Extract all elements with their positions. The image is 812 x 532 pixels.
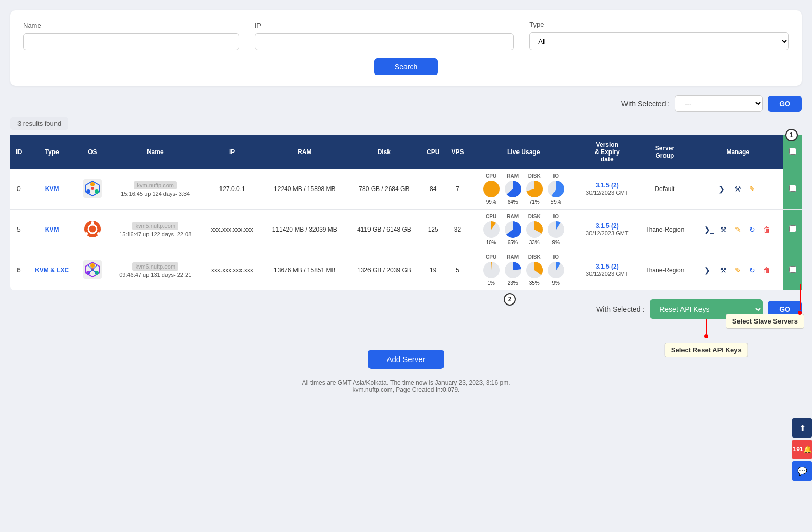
version-link[interactable]: 3.1.5 (2): [596, 222, 619, 230]
th-live-usage: Live Usage: [470, 135, 577, 169]
ip-field-group: IP: [255, 22, 514, 50]
th-version: Version& Expirydate: [577, 135, 637, 169]
cell-os: [77, 210, 108, 250]
table-row: 0 KVM kvm.nuftp.com 15:16:45 up 124 days…: [10, 169, 802, 210]
svg-point-13: [85, 232, 88, 235]
with-selected-top-label: With Selected :: [621, 100, 670, 108]
bottom-area: 2 With Selected : Reset API Keys Select …: [10, 299, 802, 369]
with-selected-bottom-label: With Selected :: [596, 305, 644, 313]
cell-cpu: 125: [420, 210, 446, 250]
add-server-button[interactable]: Add Server: [368, 350, 444, 369]
type-label: Type: [529, 21, 789, 28]
cell-checkbox: [783, 210, 802, 250]
cell-disk: 780 GB / 2684 GB: [347, 169, 420, 210]
cell-ip: xxx.xxx.xxx.xxx: [202, 210, 262, 250]
version-link[interactable]: 3.1.5 (2): [596, 182, 619, 189]
cell-live-usage: CPU 1% RAM 23% DISK 35%: [470, 250, 577, 291]
cell-ip: 127.0.0.1: [202, 169, 262, 210]
ip-label: IP: [255, 22, 514, 29]
badge-2: 2: [504, 293, 516, 306]
cell-manage: ❯_ ⚒ ✎ ↻ 🗑: [693, 250, 783, 291]
svg-point-14: [97, 232, 100, 235]
cell-server-group: Thane-Region: [637, 210, 692, 250]
type-field-group: Type All KVM LXC: [529, 21, 789, 50]
search-button[interactable]: Search: [374, 58, 438, 75]
with-selected-top-select[interactable]: --- Reset API Keys Select Slave Servers: [675, 95, 763, 112]
footer-line1: All times are GMT Asia/Kolkata. The time…: [10, 379, 802, 386]
cell-ip: xxx.xxx.xxx.xxx: [202, 250, 262, 291]
cell-version: 3.1.5 (2) 30/12/2023 GMT: [577, 169, 637, 210]
table-row: 6 KVM & LXC kvm6.nuftp.com 09:46:47 up 1…: [10, 250, 802, 291]
svg-point-21: [90, 263, 95, 268]
edit-icon[interactable]: ✎: [747, 183, 758, 195]
th-manage: Manage: [693, 135, 783, 169]
svg-point-3: [86, 189, 90, 194]
search-panel: Name IP Type All KVM LXC Search: [10, 10, 802, 86]
th-name: Name: [108, 135, 202, 169]
cell-id: 6: [10, 250, 27, 291]
delete-icon[interactable]: 🗑: [761, 224, 772, 235]
row-checkbox[interactable]: [789, 225, 796, 232]
wrench-icon[interactable]: ⚒: [718, 224, 729, 235]
svg-point-2: [90, 182, 95, 186]
th-id: ID: [10, 135, 27, 169]
cell-id: 5: [10, 210, 27, 250]
cell-cpu: 19: [420, 250, 446, 291]
edit-icon[interactable]: ✎: [732, 264, 744, 276]
cell-disk: 1326 GB / 2039 GB: [347, 250, 420, 291]
bottom-toolbar: With Selected : Reset API Keys Select Sl…: [10, 299, 802, 319]
server-table-wrapper: 1 Select Slave Servers ID Type OS Name I…: [10, 135, 802, 290]
select-all-checkbox[interactable]: [789, 148, 796, 155]
terminal-icon[interactable]: ❯_: [718, 183, 729, 195]
cell-version: 3.1.5 (2) 30/12/2023 GMT: [577, 250, 637, 291]
row-checkbox[interactable]: [789, 185, 796, 192]
cell-live-usage: CPU 10% RAM 65% DISK 33%: [470, 210, 577, 250]
refresh-icon[interactable]: ↻: [747, 264, 758, 276]
name-input[interactable]: [23, 33, 239, 50]
slave-servers-annotation: [796, 284, 802, 315]
svg-point-4: [95, 189, 99, 194]
cell-vps: 5: [446, 250, 470, 291]
version-link[interactable]: 3.1.5 (2): [596, 263, 619, 270]
cell-id: 0: [10, 169, 27, 210]
cell-version: 3.1.5 (2) 30/12/2023 GMT: [577, 210, 637, 250]
cell-os: [77, 169, 108, 210]
th-ram: RAM: [262, 135, 347, 169]
row-checkbox[interactable]: [789, 266, 796, 273]
name-label: Name: [23, 22, 239, 29]
footer-line2: kvm.nuftp.com, Page Created In:0.079.: [10, 386, 802, 393]
name-field-group: Name: [23, 22, 239, 50]
cell-live-usage: CPU 99% RAM 64% DISK 71%: [470, 169, 577, 210]
svg-point-12: [91, 221, 94, 224]
wrench-icon[interactable]: ⚒: [732, 183, 744, 195]
terminal-icon[interactable]: ❯_: [704, 264, 715, 276]
cell-type: KVM & LXC: [27, 250, 77, 291]
cell-server-group: Default: [637, 169, 692, 210]
results-count: 3 results found: [10, 117, 68, 130]
cell-name: kvm6.nuftp.com 09:46:47 up 131 days- 22:…: [108, 250, 202, 291]
svg-point-5: [91, 187, 94, 190]
cell-checkbox: [783, 169, 802, 210]
cell-os: [77, 250, 108, 291]
cell-name: kvm.nuftp.com 15:16:45 up 124 days- 3:34: [108, 169, 202, 210]
th-os: OS: [77, 135, 108, 169]
th-disk: Disk: [347, 135, 420, 169]
cell-disk: 4119 GB / 6148 GB: [347, 210, 420, 250]
ip-input[interactable]: [255, 33, 514, 50]
refresh-icon[interactable]: ↻: [747, 224, 758, 235]
type-select[interactable]: All KVM LXC: [529, 32, 789, 50]
terminal-icon[interactable]: ❯_: [704, 224, 715, 235]
cell-server-group: Thane-Region: [637, 250, 692, 291]
th-cpu: CPU: [420, 135, 446, 169]
edit-icon[interactable]: ✎: [732, 224, 744, 235]
wrench-icon[interactable]: ⚒: [718, 264, 729, 276]
cell-type: KVM: [27, 210, 77, 250]
go-top-button[interactable]: GO: [768, 96, 802, 112]
footer: All times are GMT Asia/Kolkata. The time…: [10, 379, 802, 393]
cell-manage: ❯_ ⚒ ✎: [693, 169, 783, 210]
delete-icon[interactable]: 🗑: [761, 264, 772, 276]
reset-api-dot: [704, 334, 708, 338]
cell-ram: 13676 MB / 15851 MB: [262, 250, 347, 291]
cell-vps: 7: [446, 169, 470, 210]
badge-1: 1: [785, 129, 798, 141]
